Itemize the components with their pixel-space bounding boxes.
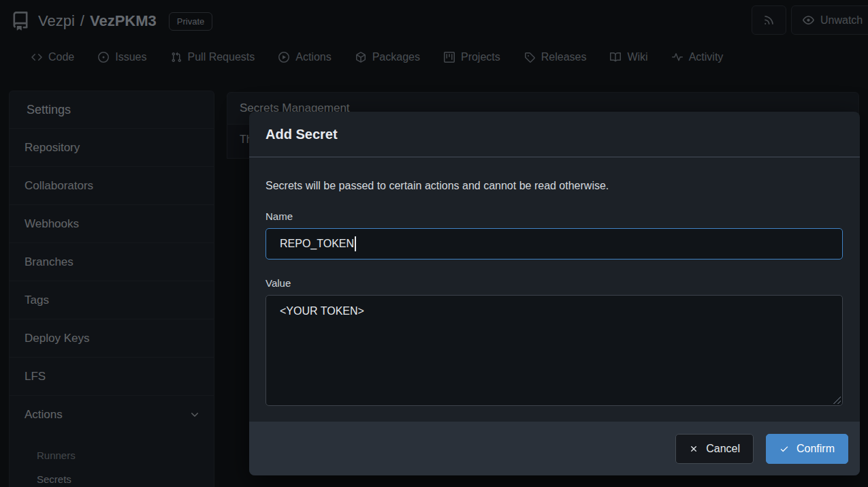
modal-footer: Cancel Confirm <box>249 422 860 475</box>
modal-body: Secrets will be passed to certain action… <box>249 157 860 406</box>
confirm-button[interactable]: Confirm <box>766 434 848 464</box>
secret-name-input[interactable]: REPO_TOKEN <box>266 228 843 260</box>
resize-handle[interactable] <box>833 396 841 404</box>
name-label: Name <box>266 210 843 222</box>
modal-header: Add Secret <box>249 112 860 157</box>
check-icon <box>779 444 789 454</box>
text-cursor <box>355 236 356 251</box>
secret-name-value: REPO_TOKEN <box>280 238 354 250</box>
cancel-label: Cancel <box>706 443 740 455</box>
secret-value-textarea[interactable]: <YOUR TOKEN> <box>266 295 843 406</box>
secret-value-text: <YOUR TOKEN> <box>280 305 364 317</box>
modal-description: Secrets will be passed to certain action… <box>266 180 843 192</box>
modal-title: Add Secret <box>266 127 338 142</box>
close-icon <box>689 444 698 454</box>
value-label: Value <box>266 277 843 289</box>
add-secret-modal: Add Secret Secrets will be passed to cer… <box>249 112 860 475</box>
confirm-label: Confirm <box>797 443 835 455</box>
cancel-button[interactable]: Cancel <box>675 434 754 464</box>
